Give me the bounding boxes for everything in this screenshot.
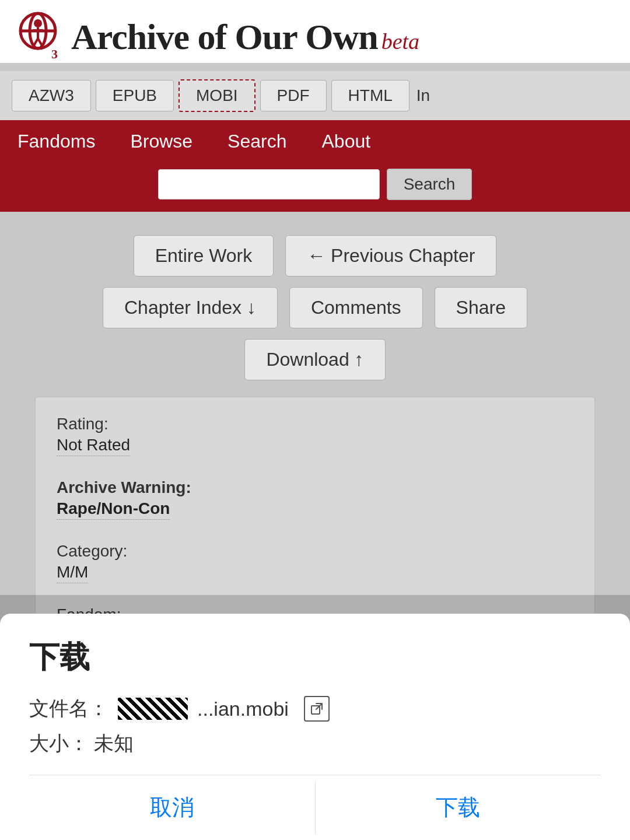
- nav-bar: Fandoms Browse Search About: [0, 120, 630, 163]
- download-dialog-overlay: 下载 文件名： ...ian.mobi 大小： 未知 取消 下载: [0, 595, 630, 840]
- format-tab-mobi[interactable]: MOBI: [178, 79, 256, 112]
- dialog-filename-redacted: [118, 698, 188, 720]
- category-value: M/M: [57, 563, 88, 583]
- entire-work-button[interactable]: Entire Work: [134, 235, 274, 276]
- category-row: Category: M/M: [57, 542, 573, 595]
- rating-label: Rating:: [57, 415, 573, 433]
- logo-beta: beta: [382, 29, 419, 54]
- nav-fandoms[interactable]: Fandoms: [18, 131, 113, 152]
- share-button[interactable]: Share: [435, 287, 527, 328]
- search-bar-row: Search: [0, 163, 630, 212]
- svg-line-7: [38, 38, 42, 46]
- format-tab-html[interactable]: HTML: [331, 80, 410, 111]
- format-tab-epub[interactable]: EPUB: [96, 80, 174, 111]
- rating-value: Not Rated: [57, 436, 130, 456]
- warning-label: Archive Warning:: [57, 478, 573, 497]
- dialog-filename-label: 文件名：: [29, 695, 108, 722]
- search-input[interactable]: [158, 169, 380, 200]
- comments-button[interactable]: Comments: [289, 287, 423, 328]
- category-label: Category:: [57, 542, 573, 561]
- search-button[interactable]: Search: [387, 169, 473, 200]
- previous-chapter-button[interactable]: ← Previous Chapter: [285, 235, 496, 276]
- logo-area: 3 Archive of Our Ownbeta: [12, 10, 618, 63]
- external-link-icon[interactable]: [304, 696, 330, 722]
- format-tabs-suffix: In: [416, 86, 430, 105]
- svg-point-3: [34, 19, 42, 27]
- nav-buttons-row2: Chapter Index ↓ Comments Share: [35, 287, 595, 328]
- nav-browse[interactable]: Browse: [113, 131, 210, 152]
- dialog-filename-row: 文件名： ...ian.mobi: [29, 695, 601, 722]
- logo-text: Archive of Our Own: [71, 17, 378, 57]
- warning-value: Rape/Non-Con: [57, 499, 170, 520]
- format-tabs-bar: AZW3 EPUB MOBI PDF HTML In: [0, 71, 630, 120]
- download-dialog: 下载 文件名： ...ian.mobi 大小： 未知 取消 下载: [0, 614, 630, 840]
- nav-search[interactable]: Search: [210, 131, 304, 152]
- header: 3 Archive of Our Ownbeta: [0, 0, 630, 63]
- dialog-download-button[interactable]: 下载: [316, 775, 601, 840]
- format-tab-azw3[interactable]: AZW3: [12, 80, 91, 111]
- chapter-index-button[interactable]: Chapter Index ↓: [103, 287, 278, 328]
- svg-text:3: 3: [51, 47, 58, 61]
- nav-buttons-row3: Download ↑: [35, 339, 595, 380]
- dialog-filename-ext: ...ian.mobi: [197, 698, 289, 720]
- download-button[interactable]: Download ↑: [244, 339, 385, 380]
- dialog-cancel-button[interactable]: 取消: [29, 775, 315, 840]
- dialog-actions: 取消 下载: [29, 775, 601, 840]
- dialog-size-value: 未知: [94, 732, 134, 754]
- format-tab-pdf[interactable]: PDF: [260, 80, 327, 111]
- logo-title: Archive of Our Ownbeta: [71, 16, 419, 58]
- dialog-title: 下载: [29, 637, 601, 678]
- ao3-logo-icon: 3: [12, 10, 64, 63]
- nav-buttons-row1: Entire Work ← Previous Chapter: [35, 235, 595, 276]
- dialog-size-row: 大小： 未知: [29, 730, 601, 757]
- rating-row: Rating: Not Rated: [57, 415, 573, 468]
- warning-row: Archive Warning: Rape/Non-Con: [57, 478, 573, 531]
- nav-about[interactable]: About: [304, 131, 388, 152]
- dialog-size-label: 大小：: [29, 732, 89, 754]
